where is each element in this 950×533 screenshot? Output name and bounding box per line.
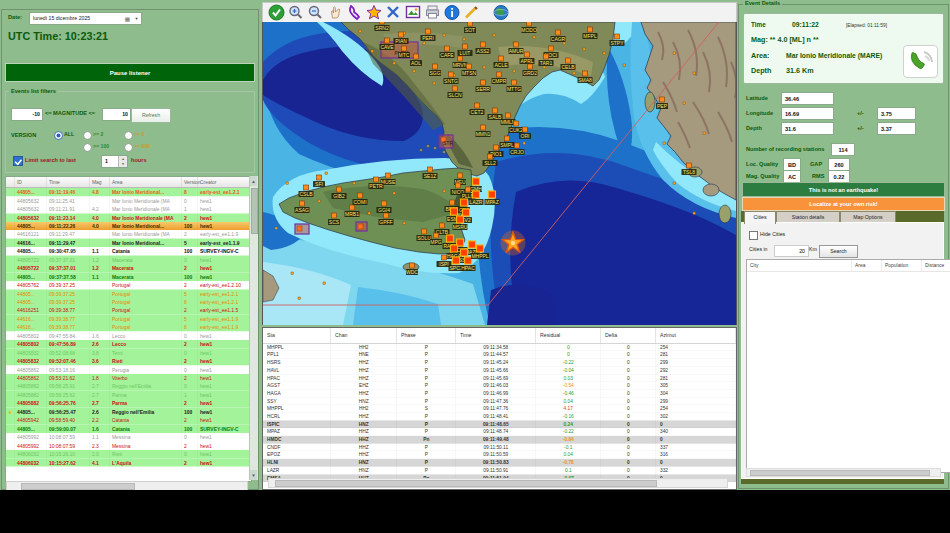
station-row[interactable]: CNDFHHZP09:11:50.11-0.10337	[263, 444, 736, 452]
zoom-out-icon[interactable]	[307, 4, 324, 21]
globe-icon[interactable]	[493, 4, 510, 21]
station-row[interactable]: HPACHHZP09:11:45.690.030281	[263, 374, 736, 382]
magnitude-min-input[interactable]: -10	[11, 108, 43, 121]
info-icon[interactable]	[444, 4, 461, 21]
station-row[interactable]: AGSTEHZP09:11:46.03-0.540305	[263, 382, 736, 390]
event-row[interactable]: 4480583209:52:08.683.8Terni0hew1	[6, 348, 251, 356]
station-row[interactable]: HLNIHNZP09:11:50.83-0.7800	[263, 459, 736, 467]
event-row[interactable]: 4480588209:56:25.762.7Parma2hew1	[6, 399, 251, 407]
scroll-down-icon[interactable]: ▼	[250, 470, 257, 480]
event-row[interactable]: 4480563209:11:21.914.2Mar Ionio Meridion…	[6, 205, 251, 213]
event-row[interactable]: 4480599210:08:07.591.1Messina0hew1	[6, 433, 251, 441]
phone-call-icon[interactable]	[903, 45, 938, 78]
event-row[interactable]: 4480580209:47:55.841.6Lecco0hew1	[6, 332, 251, 340]
version-radio-900[interactable]	[124, 143, 133, 152]
event-row[interactable]: ★44805...09:56:25.472.6Reggio nell'Emili…	[6, 408, 251, 416]
event-row[interactable]: 4480594209:58:59.402.2Catania2hew1	[6, 416, 251, 424]
station-row[interactable]: HAVLHHZP09:11:45.66-0.040292	[263, 367, 736, 375]
station-row[interactable]: EPOZHHZP09:11:50.590.040316	[263, 451, 736, 459]
cities-search-button[interactable]: Search	[819, 245, 858, 258]
svg-text:ISPI: ISPI	[439, 261, 448, 267]
event-row[interactable]: ★44805...09:11:22.264.0Mar Ionio Meridio…	[6, 222, 251, 230]
event-row[interactable]: 44805...09:39:37.25Portugal5early-est_ee…	[6, 289, 251, 297]
event-row[interactable]: 4461612109:11:29.47Mar Ionio Meridionale…	[6, 230, 251, 238]
depth-error-field[interactable]: 3.37	[877, 122, 916, 135]
longitude-field[interactable]: 16.69	[781, 107, 834, 120]
italy-region-icon[interactable]	[346, 4, 363, 21]
stepper-arrows[interactable]: ▲▼	[118, 156, 127, 167]
hide-cities-checkbox[interactable]	[749, 231, 758, 240]
event-row[interactable]: 4480583209:52:07.463.6Rieti2hew1	[6, 357, 251, 365]
hours-stepper[interactable]: 1▲▼	[101, 155, 128, 168]
event-row[interactable]: 44616...09:39:38.77Portugal5early-est_ee…	[6, 315, 251, 323]
svg-text:MHPPL: MHPPL	[471, 253, 488, 259]
events-table: IDTimeMagAreaVersionCreator 44805...09:1…	[5, 176, 252, 482]
event-row[interactable]: 44805...09:11:19.464.8Mar Ionio Meridion…	[6, 188, 251, 196]
zoom-in-icon[interactable]	[288, 4, 305, 21]
station-row[interactable]: SSYHNZP09:11:47.360.040299	[263, 397, 736, 405]
limit-search-checkbox[interactable]	[13, 156, 23, 166]
svg-text:MSRU: MSRU	[453, 224, 468, 230]
event-row[interactable]: 4480572209:37:37.011.2Macerata2hew1	[6, 264, 251, 272]
pan-icon[interactable]	[327, 4, 344, 21]
cities-km-input[interactable]: 20	[774, 245, 809, 257]
not-earthquake-button[interactable]: This is not an earthquake!	[742, 182, 945, 197]
version-radio-ALL[interactable]	[54, 131, 63, 140]
event-row[interactable]: 4480576209:39:37.25Portugal2early-est_ee…	[6, 281, 251, 289]
map-image-icon[interactable]	[405, 4, 422, 21]
localize-button[interactable]: Localize at your own risk!	[742, 197, 945, 211]
event-row[interactable]: 44805...09:37:37.581.1Macerata100hew1	[6, 272, 251, 280]
events-vscrollbar[interactable]: ▲▼	[249, 176, 258, 480]
event-row[interactable]: 44616...09:11:29.47Mar Ionio Meridional.…	[6, 239, 251, 247]
event-row[interactable]: 4480588209:56:25.622.7Parma1hew1	[6, 391, 251, 399]
close-cross-icon[interactable]	[385, 4, 402, 21]
version-radio-100[interactable]	[83, 143, 92, 152]
event-row[interactable]: 44616...09:39:38.77Portugal8early-est_ee…	[6, 323, 251, 331]
station-row[interactable]: ISPICHNZP09:11:48.650.2400	[263, 420, 736, 428]
station-row[interactable]: MHPPLHH2P09:11:34.5800254	[263, 344, 736, 352]
event-row[interactable]: 4480563209:11:23.144.0Mar Ionio Meridion…	[6, 213, 251, 221]
station-hscrollbar[interactable]	[268, 478, 728, 488]
event-row[interactable]: 4480599210:08:07.592.3Messina2hew1	[6, 441, 251, 449]
confirm-icon[interactable]	[268, 4, 285, 21]
station-row[interactable]: HCRLHHZP09:11:48.41-0.160302	[263, 413, 736, 421]
depth-field[interactable]: 31.6	[781, 122, 834, 135]
event-row[interactable]: 4480586209:53:18.16Perugia0hew1	[6, 365, 251, 373]
scroll-up-icon[interactable]: ▲	[250, 176, 257, 186]
event-row[interactable]: 4480603210:15:27.624.1L'Aquila2hew1	[6, 458, 251, 466]
map-view[interactable]: PLRMSTRSOTMODOPIANPERICAGRMFPLSTPYAOLCAF…	[262, 22, 737, 325]
tab-cities[interactable]: Cities	[744, 211, 776, 224]
station-row[interactable]: HSRSHHZP09:11:45.24-0.220299	[263, 359, 736, 367]
version-radio-2[interactable]	[83, 131, 92, 140]
event-row[interactable]: 4480603210:15:26.102.0Rieti0hew1	[6, 450, 251, 458]
station-row[interactable]: HMDCHHZPn09:11:49.48-0.8400	[263, 436, 736, 444]
print-icon[interactable]	[424, 4, 441, 21]
station-row[interactable]: PPL1HNEP09:11:44.5700281	[263, 351, 736, 359]
longitude-error-field[interactable]: 3.75	[877, 107, 916, 120]
event-row[interactable]: 4480586209:53:21.621.8Viterbo2hew1	[6, 374, 251, 382]
event-row[interactable]: 44805...09:39:37.25Portugal8early-est_ee…	[6, 298, 251, 306]
event-row[interactable]: 4480580209:47:56.892.6Lecco2hew1	[6, 340, 251, 348]
date-picker[interactable]: lunedì 15 dicembre 2025 ▦ ▼	[29, 12, 142, 25]
magnitude-max-input[interactable]: 10	[102, 108, 131, 121]
station-row[interactable]: MHPPLHH2S09:11:47.764.170254	[263, 405, 736, 413]
event-row[interactable]: 4480588209:56:25.912.7Reggio nell'Emilia…	[6, 382, 251, 390]
event-row[interactable]: 4461625109:39:38.77Portugal2early-est_ee…	[6, 306, 251, 314]
pause-listener-button[interactable]: Pause listener	[5, 63, 255, 82]
num-stations-field[interactable]: 114	[831, 143, 855, 156]
cities-hscrollbar[interactable]	[746, 468, 941, 477]
svg-text:MTSN: MTSN	[462, 70, 477, 76]
event-row[interactable]: 44805...09:59:00.071.6Catania100SURVEY-I…	[6, 424, 251, 432]
refresh-button[interactable]: Refresh	[131, 108, 171, 123]
events-hscrollbar[interactable]	[6, 481, 248, 490]
event-row[interactable]: 44805...09:30:47.951.1Catania100SURVEY-I…	[6, 247, 251, 255]
version-radio-5[interactable]	[124, 131, 133, 140]
latitude-field[interactable]: 36.46	[781, 92, 834, 105]
event-row[interactable]: 4480572209:37:37.011.2Macerata0hew1	[6, 256, 251, 264]
station-row[interactable]: HAGAHHZP09:11:46.99-0.460304	[263, 390, 736, 398]
measure-icon[interactable]	[463, 4, 480, 21]
station-row[interactable]: MPAZHHZP09:11:48.74-0.220340	[263, 428, 736, 436]
event-row[interactable]: 4480563209:11:25.41Mar Ionio Meridionale…	[6, 196, 251, 204]
station-row[interactable]: LAZRHNZP09:11:50.910.10332	[263, 467, 736, 475]
star-event-icon[interactable]	[366, 4, 383, 21]
